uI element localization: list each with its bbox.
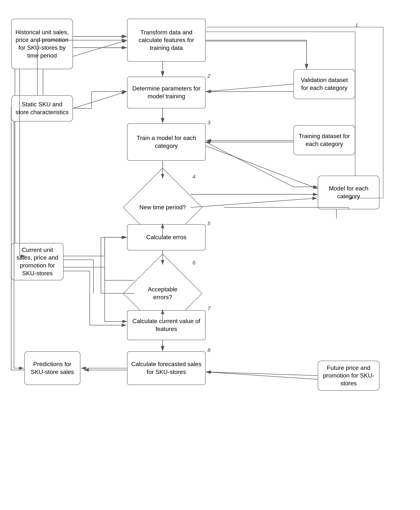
predictions-box: Predictions for SKU-store sales [24, 351, 80, 385]
validation-dataset-box: Validation dataset for each category [293, 69, 355, 99]
label-6: 6 [193, 260, 195, 266]
label-8: 8 [208, 347, 210, 353]
svg-line-69 [206, 372, 318, 376]
diagram: Historical unit sales, price and promoti… [0, 0, 420, 510]
current-unit-sales-box: Current unit sales, price and promotion … [11, 243, 64, 280]
historical-data-box: Historical unit sales, price and promoti… [11, 19, 73, 69]
label-1: 1 [355, 22, 358, 28]
label-2: 2 [208, 73, 210, 79]
model-each-category-box: Model for each category [318, 176, 379, 209]
svg-line-15 [206, 142, 293, 187]
label-3: 3 [208, 120, 210, 126]
train-model-box: Train a model for each category [127, 123, 206, 161]
calculate-current-box: Calculate current value of features [127, 310, 206, 340]
calculate-forecasted-box: Calculate forecasted sales for SKU-store… [127, 351, 206, 385]
svg-line-48 [73, 91, 126, 108]
future-price-box: Future price and promotion for SKU-store… [318, 361, 379, 390]
transform-data-box: Transform data and calculate features fo… [127, 19, 206, 62]
label-5: 5 [208, 220, 210, 226]
label-7: 7 [208, 306, 210, 312]
svg-line-47 [206, 84, 293, 91]
svg-line-31 [206, 372, 318, 379]
determine-params-box: Determine parameters for model training [127, 77, 206, 108]
training-dataset-box: Training dataset for each category [293, 125, 355, 155]
calculate-errors-box: Calculate erros [127, 224, 206, 250]
static-sku-box: Static SKU and store characteristics [11, 95, 73, 121]
svg-line-55 [191, 198, 317, 207]
label-4: 4 [193, 174, 195, 180]
